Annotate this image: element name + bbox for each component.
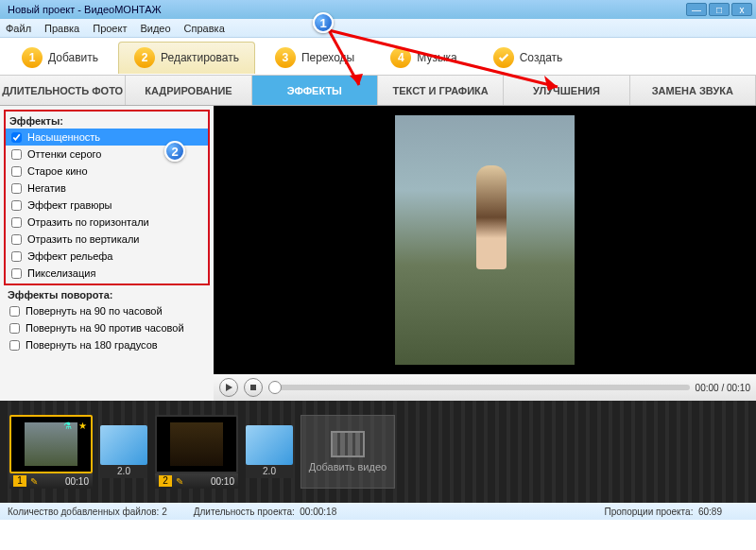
minimize-button[interactable]: —	[686, 3, 707, 16]
effect-checkbox[interactable]	[11, 200, 22, 211]
titlebar: Новый проект - ВидеоМОНТАЖ — □ x	[0, 0, 756, 19]
subtab-effects[interactable]: ЭФФЕКТЫ	[252, 76, 378, 105]
menu-edit[interactable]: Правка	[44, 23, 79, 34]
window-title: Новый проект - ВидеоМОНТАЖ	[4, 4, 684, 15]
transition-thumb	[100, 425, 147, 465]
rotation-label: Повернуть на 180 градусов	[26, 339, 158, 351]
menu-help[interactable]: Справка	[184, 23, 225, 34]
effect-checkbox[interactable]	[11, 268, 22, 279]
rotation-title: Эффекты поворота:	[4, 287, 210, 302]
subtab-text[interactable]: ТЕКСТ И ГРАФИКА	[378, 76, 504, 105]
timeline-transition-1[interactable]: 2.0	[100, 425, 147, 478]
clip-duration: 00:10	[65, 476, 89, 487]
pencil-icon[interactable]: ✎	[176, 476, 183, 487]
tab-create[interactable]: Создать	[477, 42, 579, 74]
effect-label: Насыщенность	[27, 131, 100, 143]
rotation-checkbox[interactable]	[9, 306, 20, 317]
timeline-clip-2[interactable]: 2 ✎ 00:10	[155, 415, 238, 489]
clip-index: 2	[159, 475, 172, 487]
tab-add[interactable]: 1 Добавить	[6, 42, 114, 74]
timeline[interactable]: ⚗★ 1 ✎ 00:10 2.0 2 ✎ 00:10 2.0 Добавить …	[0, 401, 756, 503]
tab-create-label: Создать	[520, 51, 563, 64]
effect-label: Оттенки серого	[27, 148, 101, 160]
stop-button[interactable]	[244, 378, 263, 397]
effect-item-engraving[interactable]: Эффект гравюры	[6, 197, 208, 214]
effect-item-negative[interactable]: Негатив	[6, 180, 208, 197]
main-tabs: 1 Добавить 2 Редактировать 3 Переходы 4 …	[0, 38, 756, 76]
pencil-icon[interactable]: ✎	[30, 476, 38, 487]
filmstrip-icon	[331, 431, 365, 457]
effect-label: Отразить по горизонтали	[27, 216, 149, 228]
checkmark-icon	[493, 47, 514, 68]
transition-duration: 2.0	[246, 465, 293, 478]
rotation-checkbox[interactable]	[9, 323, 20, 334]
status-duration: Длительность проекта: 00:00:18	[194, 507, 336, 517]
maximize-button[interactable]: □	[709, 3, 730, 16]
effect-checkbox[interactable]	[11, 166, 22, 177]
clip-badges: ⚗★	[60, 419, 89, 432]
effect-item-flipv[interactable]: Отразить по вертикали	[6, 231, 208, 248]
statusbar: Количество добавленных файлов: 2 Длитель…	[0, 503, 756, 520]
rotation-list: Повернуть на 90 по часовой Повернуть на …	[4, 302, 210, 353]
svg-marker-0	[226, 384, 232, 391]
player-controls: 00:00 / 00:10	[214, 374, 756, 401]
status-ratio: Пропорции проекта: 60:89	[604, 507, 722, 517]
effect-checkbox[interactable]	[11, 234, 22, 245]
rotation-checkbox[interactable]	[9, 340, 20, 351]
clip-thumbnail[interactable]: ⚗★	[9, 415, 93, 473]
rotation-item-180[interactable]: Повернуть на 180 градусов	[4, 336, 210, 353]
effects-box: Эффекты: Насыщенность Оттенки серого Ста…	[4, 110, 210, 285]
transition-duration: 2.0	[100, 465, 147, 478]
close-button[interactable]: x	[731, 3, 752, 16]
preview-panel: 00:00 / 00:10	[214, 106, 756, 401]
tab-edit-label: Редактировать	[161, 51, 239, 64]
subtab-enhance[interactable]: УЛУЧШЕНИЯ	[504, 76, 629, 105]
workarea: Эффекты: Насыщенность Оттенки серого Ста…	[0, 106, 756, 401]
effect-checkbox[interactable]	[11, 183, 22, 194]
preview-image	[395, 115, 575, 365]
effect-label: Негатив	[27, 182, 66, 194]
effect-label: Эффект гравюры	[27, 199, 112, 211]
menu-file[interactable]: Файл	[6, 23, 31, 34]
menu-project[interactable]: Проект	[93, 23, 127, 34]
rotation-item-90cw[interactable]: Повернуть на 90 по часовой	[4, 302, 210, 319]
step4-icon: 4	[390, 47, 411, 68]
transition-thumb	[246, 425, 293, 465]
step1-icon: 1	[22, 47, 43, 68]
effect-item-pixel[interactable]: Пикселизация	[6, 265, 208, 282]
effect-checkbox[interactable]	[11, 132, 22, 143]
seek-knob[interactable]	[268, 381, 282, 394]
clip-duration: 00:10	[211, 476, 234, 487]
clip-infobar: 1 ✎ 00:10	[9, 473, 93, 489]
step3-icon: 3	[275, 47, 296, 68]
player-time: 00:00 / 00:10	[696, 383, 750, 393]
clip-infobar: 2 ✎ 00:10	[155, 473, 238, 489]
timeline-transition-2[interactable]: 2.0	[246, 425, 293, 478]
timeline-clip-1[interactable]: ⚗★ 1 ✎ 00:10	[9, 415, 93, 489]
tab-transitions-label: Переходы	[301, 51, 354, 64]
effect-checkbox[interactable]	[11, 149, 22, 160]
tab-transitions[interactable]: 3 Переходы	[259, 42, 370, 74]
effects-title: Эффекты:	[6, 113, 208, 129]
add-video-label: Добавить видео	[309, 461, 387, 473]
subtab-crop[interactable]: КАДРИРОВАНИЕ	[126, 76, 251, 105]
menubar: Файл Правка Проект Видео Справка	[0, 19, 756, 38]
menu-video[interactable]: Видео	[140, 23, 170, 34]
clip-thumbnail[interactable]	[155, 415, 238, 473]
effect-checkbox[interactable]	[11, 251, 22, 262]
rotation-item-90ccw[interactable]: Повернуть на 90 против часовой	[4, 319, 210, 336]
effect-label: Эффект рельефа	[27, 250, 112, 262]
subtab-audio[interactable]: ЗАМЕНА ЗВУКА	[630, 76, 756, 105]
subtab-duration[interactable]: ДЛИТЕЛЬНОСТЬ ФОТО	[0, 76, 126, 105]
callout-2: 2	[164, 141, 185, 162]
seek-slider[interactable]	[268, 385, 690, 390]
effect-label: Старое кино	[27, 165, 88, 177]
effect-checkbox[interactable]	[11, 217, 22, 228]
effect-item-fliph[interactable]: Отразить по горизонтали	[6, 214, 208, 231]
tab-edit[interactable]: 2 Редактировать	[118, 42, 255, 74]
play-button[interactable]	[219, 378, 238, 397]
tab-music[interactable]: 4 Музыка	[374, 42, 472, 74]
add-video-button[interactable]: Добавить видео	[301, 415, 395, 489]
effect-item-oldfilm[interactable]: Старое кино	[6, 163, 208, 180]
effect-item-relief[interactable]: Эффект рельефа	[6, 248, 208, 265]
